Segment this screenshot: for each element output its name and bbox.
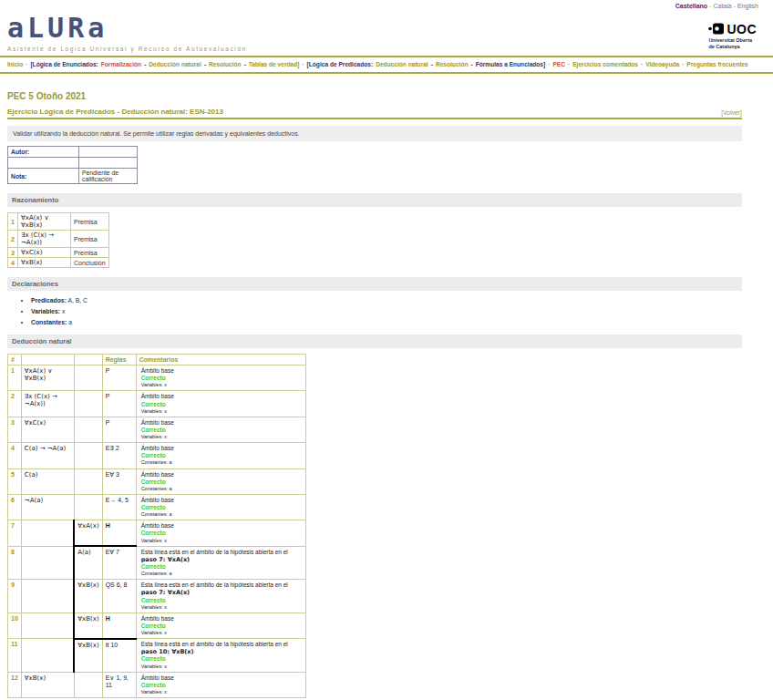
table-row: Autor: xyxy=(8,147,138,158)
column-header-num: # xyxy=(8,355,22,365)
language-separator: - xyxy=(709,3,711,9)
rule: QS 6, 8 xyxy=(102,580,136,613)
grade-label: Nota: xyxy=(8,169,79,184)
comment-cell: Ámbito baseCorrectoVariables: x xyxy=(136,672,305,697)
nav-link-pec[interactable]: PEC xyxy=(552,61,565,67)
formula xyxy=(21,639,74,673)
nav-link-deduccio-n-natural[interactable]: Deducción natural xyxy=(376,61,428,67)
line-type: Premisa xyxy=(71,248,109,258)
deduction-row: 7∀xA(x)HÁmbito baseCorrectoVariables: x xyxy=(8,520,306,546)
uoc-icon xyxy=(708,23,724,36)
comment-text: Esta línea está en el ámbito de la hipót… xyxy=(141,549,301,563)
comment-text: Ámbito base xyxy=(141,497,301,504)
deduction-table: # Reglas Comentarios 1∀xA(x) ∨ ∀xB(x)PÁm… xyxy=(7,354,306,698)
deduction-row: 11∀xB(x)It 10Esta línea está en el ámbit… xyxy=(8,639,306,673)
line-number: 4 xyxy=(8,258,18,268)
section-header-deduction: Deducción natural xyxy=(7,335,742,348)
deduction-row: 1∀xA(x) ∨ ∀xB(x)PÁmbito baseCorrectoVari… xyxy=(8,365,306,391)
nav-separator: · xyxy=(302,61,304,67)
nav-link-tablas-de-verdad[interactable]: Tablas de verdad] xyxy=(249,61,300,67)
list-item: Predicados: A, B, C xyxy=(31,297,742,304)
language-link-english[interactable]: English xyxy=(737,3,758,9)
rule: E→ 4, 5 xyxy=(102,494,136,520)
line-type: Premisa xyxy=(71,231,109,248)
nav-group-label: - xyxy=(144,61,146,67)
comment-text: Ámbito base xyxy=(141,367,301,375)
hypothesis-formula: ∀xB(x) xyxy=(74,639,102,673)
nav-group-label: Fórmulas a Enunciados] xyxy=(476,61,546,67)
deduction-row: 4C(a) → ¬A(a)E∃ 2Ámbito baseCorrectoCons… xyxy=(8,443,306,468)
comment-cell: Ámbito baseCorrectoVariables: x xyxy=(136,417,305,442)
step-number: 6 xyxy=(8,494,22,520)
hypothesis-formula xyxy=(74,468,102,494)
nav-link-formalizacio-n[interactable]: Formalización xyxy=(101,61,141,67)
reasoning-row: 1∀xA(x) ∨ ∀xB(x)Premisa xyxy=(8,213,109,231)
nav-link-videoayuda[interactable]: Videoayuda xyxy=(645,61,679,67)
comment-status: Correcto xyxy=(141,623,301,630)
comment-cell: Ámbito baseCorrectoVariables: x xyxy=(136,391,305,417)
comment-cell: Esta línea está en el ámbito de la hipót… xyxy=(136,639,305,673)
nav-divider xyxy=(0,72,773,74)
comment-cell: Ámbito baseCorrectoVariables: x xyxy=(136,365,305,391)
formula xyxy=(21,612,74,638)
comment-text: Ámbito base xyxy=(141,471,301,479)
comment-text: Ámbito base xyxy=(141,445,301,452)
formula xyxy=(21,520,74,546)
step-number: 3 xyxy=(8,417,22,442)
rule: P xyxy=(102,365,136,391)
reasoning-table: 1∀xA(x) ∨ ∀xB(x)Premisa2∃x (C(x) → ¬A(x)… xyxy=(7,212,109,268)
comment-text: Ámbito base xyxy=(141,674,301,682)
column-header-comments: Comentarios xyxy=(136,355,305,365)
formula: ∀xA(x) ∨ ∀xB(x) xyxy=(21,365,74,391)
column-header-formula xyxy=(21,355,74,365)
nav-group-label: [Lógica de Enunciados: xyxy=(30,61,98,67)
hypothesis-formula xyxy=(74,391,102,417)
language-link-castellano[interactable]: Castellano xyxy=(675,3,707,9)
comment-status: Correcto xyxy=(141,597,301,604)
comment-cell: Ámbito baseCorrectoVariables: x xyxy=(136,612,305,638)
section-header-declarations: Declaraciones xyxy=(7,277,742,291)
back-link[interactable]: [Volver] xyxy=(721,109,742,116)
step-number: 9 xyxy=(8,580,22,613)
comment-meta: Variables: x xyxy=(141,434,301,440)
deduction-row: 2∃x (C(x) → ¬A(x))PÁmbito baseCorrectoVa… xyxy=(8,391,306,417)
main-content: PEC 5 Otoño 2021 Ejercicio Lógica de Pre… xyxy=(0,91,749,700)
nav-group-label: - xyxy=(470,61,472,67)
page-header: aLURa Asistente de Lógica Universal y Re… xyxy=(0,0,773,56)
comment-status: Correcto xyxy=(141,452,301,459)
comment-cell: Ámbito baseCorrectoConstantes: a xyxy=(136,494,305,520)
line-number: 1 xyxy=(8,213,18,231)
comment-text: Ámbito base xyxy=(141,393,301,400)
list-item: Variables: x xyxy=(31,308,742,314)
formula: ∀xB(x) xyxy=(18,258,71,268)
comment-status: Correcto xyxy=(141,479,301,486)
rule: H xyxy=(102,520,136,546)
nav-separator: · xyxy=(568,61,570,67)
deduction-row: 3∀xC(x)PÁmbito baseCorrectoVariables: x xyxy=(8,417,306,442)
language-link-catala[interactable]: Català xyxy=(713,3,731,9)
deduction-row: 10∀xB(x)HÁmbito baseCorrectoVariables: x xyxy=(8,612,306,638)
comment-meta: Variables: x xyxy=(141,664,301,670)
formula xyxy=(21,546,74,580)
comment-meta: Variables: x xyxy=(141,382,301,388)
main-nav: Inicio·[Lógica de Enunciados:Formalizaci… xyxy=(0,57,773,72)
column-header-rules: Reglas xyxy=(102,355,136,365)
nav-link-resolucio-n[interactable]: Resolución xyxy=(436,61,469,67)
comment-status: Correcto xyxy=(141,504,301,511)
nav-link-resolucio-n[interactable]: Resolución xyxy=(209,61,242,67)
nav-link-deduccio-n-natural[interactable]: Deducción natural xyxy=(149,61,201,67)
comment-status: Correcto xyxy=(141,530,301,537)
declarations-list: Predicados: A, B, CVariables: xConstante… xyxy=(31,297,742,325)
exercise-title: Ejercicio Lógica de Predicados - Deducci… xyxy=(7,108,223,116)
nav-link-preguntas-frecuentes[interactable]: Preguntas frecuentes xyxy=(686,61,747,67)
deduction-row: 12∀xB(x)E∨ 1, 9, 11Ámbito baseCorrectoVa… xyxy=(8,672,306,697)
hypothesis-formula: ∀xB(x) xyxy=(74,612,102,638)
nav-link-inicio[interactable]: Inicio xyxy=(7,61,23,67)
line-type: Premisa xyxy=(71,213,109,231)
comment-meta: Variables: x xyxy=(141,604,301,611)
nav-link-ejercicios-comentados[interactable]: Ejercicios comentados xyxy=(572,61,638,67)
step-number: 8 xyxy=(8,546,22,580)
grading-table: Autor: Nota: Pendiente de calificación xyxy=(7,146,138,184)
table-row xyxy=(8,158,138,169)
alura-logo-subtitle: Asistente de Lógica Universal y Recurso … xyxy=(7,46,247,52)
